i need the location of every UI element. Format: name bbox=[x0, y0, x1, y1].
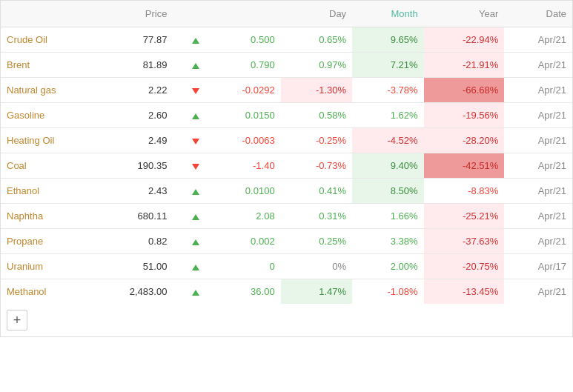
table-row: Propane0.820.0020.25%3.38%-37.63%Apr/21 bbox=[1, 229, 572, 254]
commodity-month: 9.65% bbox=[352, 27, 424, 53]
table-row: Crude Oil77.870.5000.65%9.65%-22.94%Apr/… bbox=[1, 27, 572, 53]
commodity-price: 2.60 bbox=[90, 103, 173, 128]
commodity-name[interactable]: Coal bbox=[1, 153, 90, 179]
table-row: Methanol2,483.0036.001.47%-1.08%-13.45%A… bbox=[1, 279, 572, 305]
commodity-change: -0.0063 bbox=[205, 128, 280, 153]
commodity-month: -4.52% bbox=[352, 128, 424, 153]
commodity-name[interactable]: Heating Oil bbox=[1, 128, 90, 153]
commodity-day: 0.41% bbox=[281, 179, 353, 204]
commodity-date: Apr/21 bbox=[504, 78, 572, 103]
arrow-down-icon bbox=[173, 128, 205, 153]
commodity-date: Apr/21 bbox=[504, 204, 572, 229]
arrow-up-icon bbox=[173, 53, 205, 78]
commodity-year: -22.94% bbox=[424, 27, 505, 53]
commodity-date: Apr/21 bbox=[504, 128, 572, 153]
commodity-name[interactable]: Ethanol bbox=[1, 179, 90, 204]
commodity-change: 0.0100 bbox=[205, 179, 280, 204]
commodity-name[interactable]: Uranium bbox=[1, 254, 90, 279]
commodity-month: -3.78% bbox=[352, 78, 424, 103]
commodity-price: 2,483.00 bbox=[90, 279, 173, 305]
commodity-date: Apr/21 bbox=[504, 53, 572, 78]
commodity-year: -19.56% bbox=[424, 103, 505, 128]
commodity-name[interactable]: Gasoline bbox=[1, 103, 90, 128]
commodity-day: 0.97% bbox=[281, 53, 353, 78]
commodity-date: Apr/21 bbox=[504, 153, 572, 179]
commodity-change: 2.08 bbox=[205, 204, 280, 229]
commodities-table: Price Day Month Year Date Crude Oil77.87… bbox=[0, 0, 573, 337]
header-name bbox=[1, 1, 90, 27]
commodity-month: 9.40% bbox=[352, 153, 424, 179]
table-row: Naphtha680.112.080.31%1.66%-25.21%Apr/21 bbox=[1, 204, 572, 229]
commodity-date: Apr/21 bbox=[504, 229, 572, 254]
commodity-date: Apr/21 bbox=[504, 179, 572, 204]
table-row: Gasoline2.600.01500.58%1.62%-19.56%Apr/2… bbox=[1, 103, 572, 128]
commodity-year: -28.20% bbox=[424, 128, 505, 153]
arrow-up-icon bbox=[173, 254, 205, 279]
arrow-up-icon bbox=[173, 27, 205, 53]
commodity-change: 0.002 bbox=[205, 229, 280, 254]
commodity-change: 0.790 bbox=[205, 53, 280, 78]
table-row: Coal190.35-1.40-0.73%9.40%-42.51%Apr/21 bbox=[1, 153, 572, 179]
arrow-up-icon bbox=[173, 103, 205, 128]
commodity-price: 51.00 bbox=[90, 254, 173, 279]
commodity-year: -8.83% bbox=[424, 179, 505, 204]
commodity-price: 2.49 bbox=[90, 128, 173, 153]
commodity-name[interactable]: Methanol bbox=[1, 279, 90, 305]
table-header: Price Day Month Year Date bbox=[1, 1, 572, 27]
commodity-change: 0 bbox=[205, 254, 280, 279]
commodity-day: -0.25% bbox=[281, 128, 353, 153]
add-commodity-button[interactable]: + bbox=[7, 310, 27, 330]
table-row: Heating Oil2.49-0.0063-0.25%-4.52%-28.20… bbox=[1, 128, 572, 153]
commodity-change: 0.0150 bbox=[205, 103, 280, 128]
commodity-change: -1.40 bbox=[205, 153, 280, 179]
header-price: Price bbox=[90, 1, 173, 27]
commodity-date: Apr/17 bbox=[504, 254, 572, 279]
header-day: Day bbox=[281, 1, 353, 27]
commodity-date: Apr/21 bbox=[504, 279, 572, 305]
arrow-up-icon bbox=[173, 179, 205, 204]
header-arrow bbox=[173, 1, 205, 27]
commodity-year: -42.51% bbox=[424, 153, 505, 179]
commodity-name[interactable]: Propane bbox=[1, 229, 90, 254]
commodity-day: 1.47% bbox=[281, 279, 353, 305]
commodity-price: 81.89 bbox=[90, 53, 173, 78]
commodity-month: 3.38% bbox=[352, 229, 424, 254]
commodity-change: 36.00 bbox=[205, 279, 280, 305]
commodity-year: -25.21% bbox=[424, 204, 505, 229]
arrow-down-icon bbox=[173, 78, 205, 103]
commodity-price: 680.11 bbox=[90, 204, 173, 229]
commodity-month: 1.66% bbox=[352, 204, 424, 229]
commodity-day: 0.58% bbox=[281, 103, 353, 128]
commodity-year: -13.45% bbox=[424, 279, 505, 305]
commodity-change: -0.0292 bbox=[205, 78, 280, 103]
commodity-year: -20.75% bbox=[424, 254, 505, 279]
header-year: Year bbox=[424, 1, 505, 27]
table-row: Ethanol2.430.01000.41%8.50%-8.83%Apr/21 bbox=[1, 179, 572, 204]
arrow-up-icon bbox=[173, 279, 205, 305]
table-row: Uranium51.0000%2.00%-20.75%Apr/17 bbox=[1, 254, 572, 279]
arrow-up-icon bbox=[173, 204, 205, 229]
header-change bbox=[205, 1, 280, 27]
commodity-date: Apr/21 bbox=[504, 103, 572, 128]
commodity-name[interactable]: Brent bbox=[1, 53, 90, 78]
commodity-price: 2.43 bbox=[90, 179, 173, 204]
commodity-name[interactable]: Natural gas bbox=[1, 78, 90, 103]
commodity-day: 0% bbox=[281, 254, 353, 279]
commodity-day: 0.65% bbox=[281, 27, 353, 53]
commodity-name[interactable]: Crude Oil bbox=[1, 27, 90, 53]
commodity-day: 0.31% bbox=[281, 204, 353, 229]
table-row: Natural gas2.22-0.0292-1.30%-3.78%-66.68… bbox=[1, 78, 572, 103]
commodity-date: Apr/21 bbox=[504, 27, 572, 53]
commodity-price: 77.87 bbox=[90, 27, 173, 53]
arrow-down-icon bbox=[173, 153, 205, 179]
commodity-price: 0.82 bbox=[90, 229, 173, 254]
commodity-price: 190.35 bbox=[90, 153, 173, 179]
table-row: Brent81.890.7900.97%7.21%-21.91%Apr/21 bbox=[1, 53, 572, 78]
commodity-year: -37.63% bbox=[424, 229, 505, 254]
commodity-change: 0.500 bbox=[205, 27, 280, 53]
commodity-month: 2.00% bbox=[352, 254, 424, 279]
commodity-day: 0.25% bbox=[281, 229, 353, 254]
commodity-month: 1.62% bbox=[352, 103, 424, 128]
commodity-day: -0.73% bbox=[281, 153, 353, 179]
commodity-name[interactable]: Naphtha bbox=[1, 204, 90, 229]
